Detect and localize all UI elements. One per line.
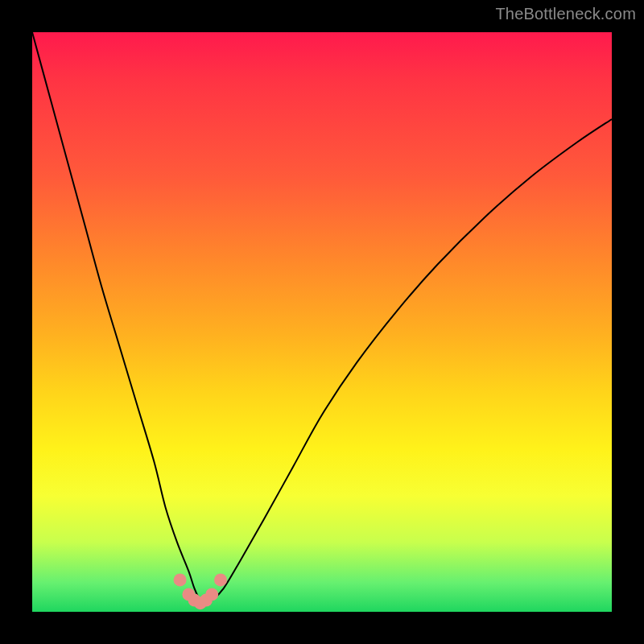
minimum-markers-group xyxy=(174,573,227,609)
plot-area xyxy=(32,32,612,612)
curve-layer xyxy=(32,32,612,612)
watermark-label: TheBottleneck.com xyxy=(495,5,636,23)
minimum-marker xyxy=(174,573,187,586)
chart-frame: TheBottleneck.com xyxy=(0,0,644,644)
minimum-marker xyxy=(205,588,218,601)
bottleneck-curve xyxy=(32,32,612,603)
minimum-marker xyxy=(214,573,227,586)
